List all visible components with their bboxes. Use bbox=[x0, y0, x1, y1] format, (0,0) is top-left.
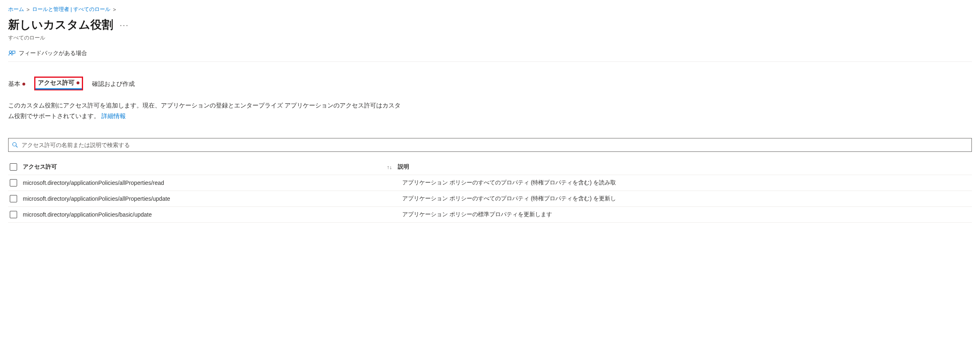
breadcrumb-home[interactable]: ホーム bbox=[8, 6, 24, 13]
breadcrumb-roles[interactable]: ロールと管理者 | すべてのロール bbox=[32, 6, 111, 13]
table-row: microsoft.directory/applicationPolicies/… bbox=[8, 175, 972, 191]
permission-description: アプリケーション ポリシーの標準プロパティを更新します bbox=[402, 211, 970, 218]
page-subtitle: すべてのロール bbox=[8, 34, 972, 42]
breadcrumb: ホーム > ロールと管理者 | すべてのロール > bbox=[8, 4, 972, 17]
chevron-right-icon: > bbox=[26, 7, 30, 13]
svg-point-1 bbox=[13, 143, 16, 146]
learn-more-link[interactable]: 詳細情報 bbox=[101, 112, 126, 119]
permission-name: microsoft.directory/applicationPolicies/… bbox=[23, 211, 381, 218]
row-checkbox[interactable] bbox=[10, 211, 17, 218]
permission-description: アプリケーション ポリシーのすべてのプロパティ (特権プロパティを含む) を更新… bbox=[402, 195, 970, 202]
sort-button[interactable]: ↑↓ bbox=[387, 164, 392, 170]
tab-description: このカスタム役割にアクセス許可を追加します。現在、アプリケーションの登録とエンタ… bbox=[8, 100, 415, 121]
search-box[interactable] bbox=[8, 138, 972, 152]
table-row: microsoft.directory/applicationPolicies/… bbox=[8, 207, 972, 223]
error-dot-icon bbox=[22, 83, 25, 86]
more-menu-button[interactable]: ··· bbox=[120, 20, 129, 30]
feedback-label: フィードバックがある場合 bbox=[19, 50, 87, 57]
row-checkbox[interactable] bbox=[10, 179, 17, 186]
search-icon bbox=[12, 142, 18, 148]
error-dot-icon bbox=[77, 81, 79, 84]
col-header-permission[interactable]: アクセス許可 bbox=[23, 163, 381, 171]
tab-basic[interactable]: 基本 bbox=[8, 80, 25, 90]
select-all-checkbox[interactable] bbox=[10, 163, 17, 171]
command-bar: フィードバックがある場合 bbox=[8, 50, 972, 62]
tab-basic-label: 基本 bbox=[8, 80, 20, 88]
tab-list: 基本 アクセス許可 確認および作成 bbox=[8, 77, 972, 90]
feedback-icon bbox=[8, 50, 15, 57]
table-row: microsoft.directory/applicationPolicies/… bbox=[8, 191, 972, 207]
desc-text-1: このカスタム役割にアクセス許可を追加します。現在、アプリケーションの登録とエンタ… bbox=[8, 102, 401, 109]
permission-description: アプリケーション ポリシーのすべてのプロパティ (特権プロパティを含む) を読み… bbox=[402, 179, 970, 186]
svg-line-2 bbox=[16, 146, 18, 147]
row-checkbox[interactable] bbox=[10, 195, 17, 202]
search-input[interactable] bbox=[22, 142, 968, 148]
page-title: 新しいカスタム役割 bbox=[8, 17, 113, 33]
tab-permissions[interactable]: アクセス許可 bbox=[34, 77, 83, 90]
table-header-row: アクセス許可 ↑↓ 説明 bbox=[8, 159, 972, 175]
feedback-button[interactable]: フィードバックがある場合 bbox=[8, 50, 87, 57]
col-header-description[interactable]: 説明 bbox=[398, 163, 409, 171]
permissions-table: アクセス許可 ↑↓ 説明 microsoft.directory/applica… bbox=[8, 159, 972, 223]
chevron-right-icon: > bbox=[113, 7, 116, 13]
tab-review-label: 確認および作成 bbox=[92, 80, 135, 88]
permission-name: microsoft.directory/applicationPolicies/… bbox=[23, 180, 381, 186]
desc-text-2: ム役割でサポートされています。 bbox=[8, 112, 100, 119]
svg-point-0 bbox=[9, 51, 12, 53]
permission-name: microsoft.directory/applicationPolicies/… bbox=[23, 195, 381, 202]
tab-review[interactable]: 確認および作成 bbox=[92, 80, 135, 90]
tab-permissions-label: アクセス許可 bbox=[38, 79, 75, 87]
